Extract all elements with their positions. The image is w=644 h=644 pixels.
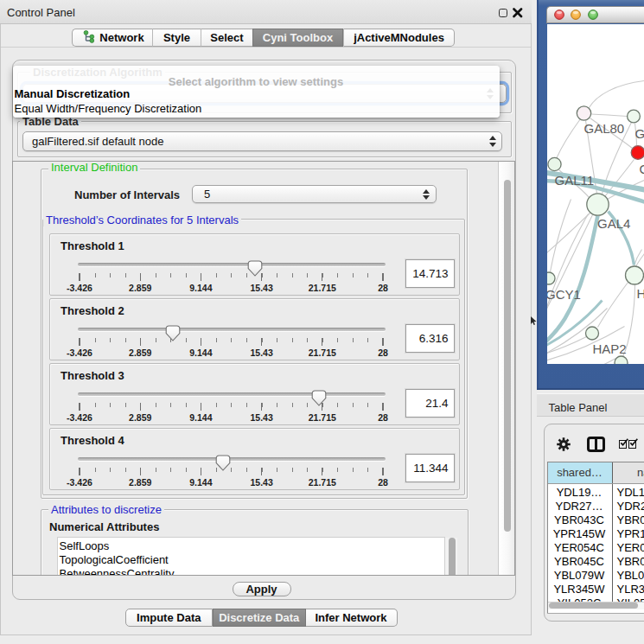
svg-text:GAL11: GAL11 — [554, 172, 594, 187]
svg-text:HAP2: HAP2 — [592, 341, 626, 355]
svg-text:GAL4: GAL4 — [597, 215, 630, 230]
svg-text:G: G — [639, 161, 644, 175]
svg-text:G: G — [634, 125, 644, 140]
svg-text:GCY1: GCY1 — [547, 286, 581, 301]
svg-text:GAL80: GAL80 — [583, 120, 624, 135]
svg-text:H: H — [636, 285, 644, 300]
